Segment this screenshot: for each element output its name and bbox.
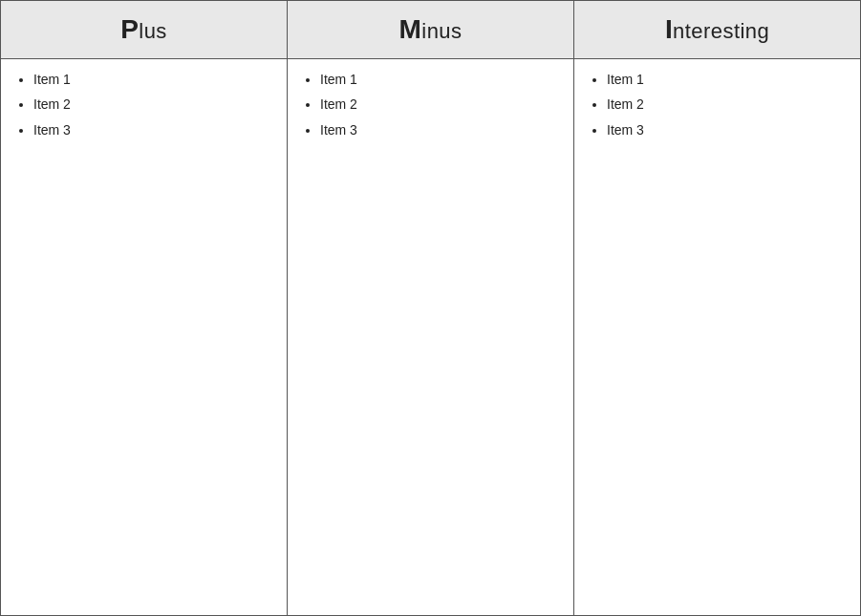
list-item: Item 1 <box>320 69 564 90</box>
minus-rest: inus <box>421 19 462 43</box>
minus-cell: Item 1 Item 2 Item 3 <box>288 59 574 616</box>
list-item: Item 1 <box>33 69 277 90</box>
list-item: Item 3 <box>320 119 564 140</box>
plus-first-letter: P <box>120 14 139 44</box>
list-item: Item 3 <box>607 119 850 140</box>
list-item: Item 2 <box>33 94 277 115</box>
minus-first-letter: M <box>399 14 422 44</box>
minus-list: Item 1 Item 2 Item 3 <box>307 69 564 140</box>
interesting-header: Interesting <box>574 1 861 59</box>
list-item: Item 1 <box>607 69 850 90</box>
plus-header: Plus <box>1 1 288 59</box>
plus-list: Item 1 Item 2 Item 3 <box>20 69 277 140</box>
interesting-rest: nteresting <box>673 19 769 43</box>
plus-rest: lus <box>139 19 166 43</box>
minus-header: Minus <box>288 1 574 59</box>
list-item: Item 3 <box>33 119 277 140</box>
interesting-cell: Item 1 Item 2 Item 3 <box>574 59 861 616</box>
interesting-first-letter: I <box>665 14 673 44</box>
pmi-table: Plus Minus Interesting Item 1 Item 2 Ite… <box>0 0 861 616</box>
list-item: Item 2 <box>320 94 564 115</box>
interesting-list: Item 1 Item 2 Item 3 <box>593 69 850 140</box>
plus-cell: Item 1 Item 2 Item 3 <box>1 59 288 616</box>
list-item: Item 2 <box>607 94 850 115</box>
